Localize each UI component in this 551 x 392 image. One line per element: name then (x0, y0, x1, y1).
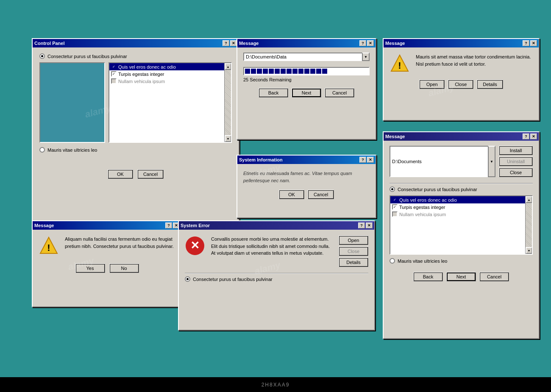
install-back-button[interactable]: Back (413, 272, 443, 281)
install-cancel-button[interactable]: Cancel (479, 272, 509, 281)
open-button[interactable]: Open (419, 80, 445, 89)
install-radio-2-indicator (390, 258, 395, 264)
install-radio-1-indicator (390, 186, 395, 192)
scroll-down[interactable]: ▼ (225, 135, 231, 142)
help-button-3[interactable]: ? (523, 40, 529, 46)
help-button-7[interactable]: ? (523, 133, 529, 139)
install-list-item-2[interactable]: ✓ Turpis egestas integer (390, 203, 525, 211)
dropdown-arrow[interactable]: ▼ (362, 53, 370, 61)
install-radio-2[interactable]: Mauris vitae ultricies leo (390, 258, 533, 264)
next-button[interactable]: Next (292, 88, 321, 97)
inst-scroll-up[interactable]: ▲ (526, 196, 532, 203)
error-radio[interactable]: Consectetur purus ut faucibus pulvinar (185, 276, 368, 282)
install-close-button[interactable]: Close (499, 168, 533, 177)
install-list-item-3[interactable]: Nullam vehicula ipsum (390, 211, 525, 218)
path-dropdown[interactable]: ▼ (243, 53, 370, 61)
error-close-button[interactable]: Close (339, 247, 368, 256)
close-button-6[interactable]: ✕ (366, 222, 373, 228)
message-progress-title: Message (239, 41, 259, 46)
message-install-dialog: Message ? ✕ ▼ Install Uninstall Close (383, 131, 540, 339)
radio-2-indicator (39, 147, 45, 153)
inst-scroll-track[interactable] (526, 203, 532, 247)
error-open-button[interactable]: Open (339, 236, 368, 245)
error-details-button[interactable]: Details (339, 258, 368, 267)
details-button[interactable]: Details (477, 80, 503, 89)
install-next-button[interactable]: Next (446, 272, 476, 281)
svg-text:!: ! (398, 60, 401, 71)
help-button-6[interactable]: ? (358, 222, 365, 228)
scroll-track[interactable] (225, 70, 231, 135)
close-button-7[interactable]: ✕ (530, 133, 537, 139)
sysinfo-titlebar: System Information ? ✕ (237, 156, 376, 164)
pb-9 (292, 69, 298, 74)
syserror-title: System Error (181, 223, 210, 228)
check-1: ✓ (111, 64, 117, 70)
close-button[interactable]: ✕ (230, 40, 237, 46)
inst-scroll-down[interactable]: ▼ (526, 247, 532, 254)
install-scrollbar[interactable]: ▲ ▼ (525, 196, 532, 254)
install-radio-1[interactable]: Consectetur purus ut faucibus pulvinar (390, 186, 533, 192)
listbox-scrollbar[interactable]: ▲ ▼ (224, 63, 231, 142)
back-button[interactable]: Back (259, 88, 288, 97)
message-progress-dialog: Message ? ✕ ▼ (237, 38, 376, 140)
pb-7 (281, 69, 286, 74)
list-item-3[interactable]: Nullam vehicula ipsum (109, 78, 224, 85)
pb-13 (316, 69, 321, 74)
ok-button[interactable]: OK (108, 170, 133, 179)
install-button[interactable]: Install (499, 146, 533, 155)
install-path-input[interactable] (390, 146, 488, 177)
sysinfo-dialog: System Information ? ✕ Etinetis eu males… (237, 155, 376, 218)
progress-inner (244, 68, 369, 75)
separator (185, 273, 368, 274)
install-list: ✓ Quis vel eros donec ac odio ✓ Turpis e… (390, 195, 533, 255)
radio-2-label: Mauris vitae ultricies leo (47, 147, 97, 153)
bottom-bar-text: 2H8XAA9 (262, 382, 290, 388)
message-warning-titlebar: Message ? ✕ (384, 39, 539, 47)
help-button-5[interactable]: ? (165, 222, 172, 228)
radio-option-2[interactable]: Mauris vitae ultricies leo (39, 147, 232, 153)
check-3 (111, 78, 117, 84)
install-dropdown-arrow[interactable]: ▼ (488, 146, 495, 177)
inst-check-2: ✓ (392, 204, 398, 210)
inst-check-1: ✓ (392, 197, 398, 203)
pb-10 (298, 69, 303, 74)
radio-option-1[interactable]: Consectetur purus ut faucibus pulvinar (39, 53, 232, 59)
sysinfo-ok-button[interactable]: OK (279, 190, 304, 199)
bottom-bar: 2H8XAA9 (0, 377, 551, 392)
warning-icon: ! (390, 53, 410, 74)
message-yesno-titlebar: Message ? ✕ (33, 221, 181, 230)
inst-list-item-1-label: Quis vel eros donec ac odio (399, 197, 457, 203)
install-list-item-1[interactable]: ✓ Quis vel eros donec ac odio (390, 196, 525, 203)
help-button-2[interactable]: ? (359, 40, 366, 46)
list-item-1[interactable]: ✓ Quis vel eros donec ac odio (109, 63, 224, 70)
pb-2 (251, 69, 256, 74)
warning-text: Mauris sit amet massa vitae tortor condi… (416, 53, 533, 67)
no-button[interactable]: No (109, 264, 139, 273)
list-item-2[interactable]: ✓ Turpis egestas integer (109, 70, 224, 78)
path-input[interactable] (243, 53, 362, 61)
pb-1 (245, 69, 250, 74)
scroll-up[interactable]: ▲ (225, 63, 231, 70)
close-button-2[interactable]: ✕ (367, 40, 374, 46)
syserror-titlebar: System Error ? ✕ (179, 221, 374, 230)
cancel-button-2[interactable]: Cancel (325, 88, 354, 97)
yes-button[interactable]: Yes (75, 264, 105, 273)
check-2: ✓ (111, 71, 117, 77)
pb-3 (257, 69, 262, 74)
help-button[interactable]: ? (223, 40, 229, 46)
help-button-4[interactable]: ? (359, 157, 366, 163)
pb-4 (263, 69, 268, 74)
radio-1-label: Consectetur purus ut faucibus pulvinar (47, 54, 127, 59)
close-button-msg[interactable]: Close (448, 80, 473, 89)
install-path-dropdown[interactable]: ▼ (390, 146, 495, 177)
pb-14 (322, 69, 327, 74)
pb-6 (275, 69, 280, 74)
list-container: ✓ Quis vel eros donec ac odio ✓ Turpis e… (109, 62, 232, 143)
close-button-3[interactable]: ✕ (530, 40, 537, 46)
list-item-3-label: Nullam vehicula ipsum (118, 79, 165, 84)
uninstall-button[interactable]: Uninstall (499, 157, 533, 166)
cancel-button[interactable]: Cancel (137, 170, 164, 179)
close-button-4[interactable]: ✕ (367, 157, 374, 163)
sysinfo-cancel-button[interactable]: Cancel (308, 190, 334, 199)
progress-label: 25 Seconds Remaining (243, 77, 370, 82)
